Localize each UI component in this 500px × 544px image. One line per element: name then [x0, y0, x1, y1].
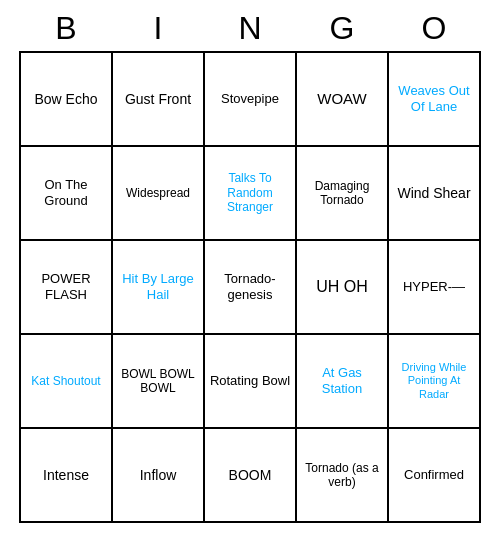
bingo-cell-10: POWER FLASH: [21, 241, 113, 335]
header-o: O: [390, 10, 478, 47]
bingo-cell-6: Widespread: [113, 147, 205, 241]
bingo-cell-16: BOWL BOWL BOWL: [113, 335, 205, 429]
header-n: N: [206, 10, 294, 47]
bingo-cell-14: HYPER-—: [389, 241, 481, 335]
bingo-cell-22: BOOM: [205, 429, 297, 523]
bingo-cell-13: UH OH: [297, 241, 389, 335]
bingo-cell-18: At Gas Station: [297, 335, 389, 429]
bingo-cell-5: On The Ground: [21, 147, 113, 241]
bingo-cell-21: Inflow: [113, 429, 205, 523]
bingo-cell-24: Confirmed: [389, 429, 481, 523]
bingo-cell-2: Stovepipe: [205, 53, 297, 147]
bingo-cell-3: WOAW: [297, 53, 389, 147]
bingo-cell-17: Rotating Bowl: [205, 335, 297, 429]
bingo-cell-20: Intense: [21, 429, 113, 523]
bingo-cell-0: Bow Echo: [21, 53, 113, 147]
header-i: I: [114, 10, 202, 47]
bingo-header: B I N G O: [20, 10, 480, 47]
bingo-cell-19: Driving While Pointing At Radar: [389, 335, 481, 429]
header-g: G: [298, 10, 386, 47]
bingo-grid: Bow EchoGust FrontStovepipeWOAWWeaves Ou…: [19, 51, 481, 523]
bingo-cell-8: Damaging Tornado: [297, 147, 389, 241]
bingo-cell-7: Talks To Random Stranger: [205, 147, 297, 241]
bingo-cell-9: Wind Shear: [389, 147, 481, 241]
bingo-cell-12: Tornado-genesis: [205, 241, 297, 335]
bingo-cell-23: Tornado (as a verb): [297, 429, 389, 523]
header-b: B: [22, 10, 110, 47]
bingo-cell-4: Weaves Out Of Lane: [389, 53, 481, 147]
bingo-cell-1: Gust Front: [113, 53, 205, 147]
bingo-cell-11: Hit By Large Hail: [113, 241, 205, 335]
bingo-cell-15: Kat Shoutout: [21, 335, 113, 429]
